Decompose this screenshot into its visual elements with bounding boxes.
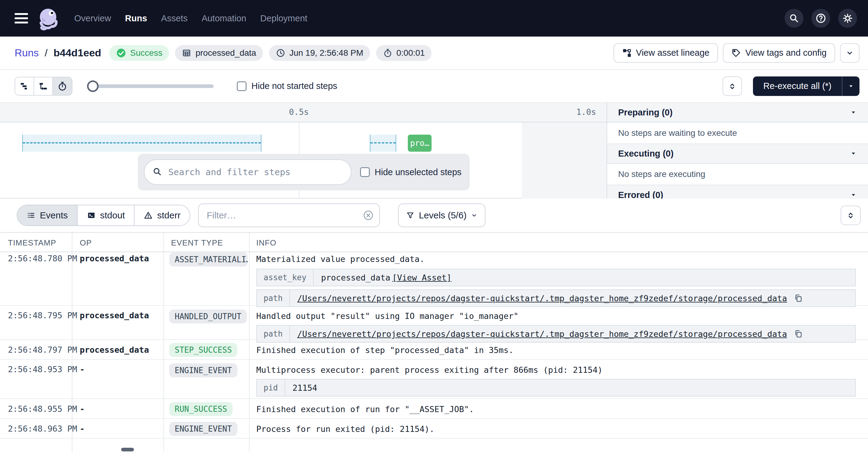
event-log-table: TIMESTAMP OP EVENT TYPE INFO 2:56:48.780… xyxy=(0,232,868,452)
tab-stderr[interactable]: stderr xyxy=(134,205,190,225)
event-type-badge: ENGINE_EVENT xyxy=(169,422,238,436)
nav-item-runs[interactable]: Runs xyxy=(125,13,147,24)
step-chip-processed-data[interactable]: pro… xyxy=(408,135,432,152)
table-row[interactable]: 2:56:48.797 PM processed_data STEP_SUCCE… xyxy=(0,340,868,360)
step-search-input[interactable] xyxy=(144,159,351,185)
copy-icon[interactable] xyxy=(794,293,803,303)
navbar-actions xyxy=(785,9,857,28)
step-marker-bar[interactable] xyxy=(370,135,396,152)
gantt-chart: 0.5s 1.0s pro… Hide unselected ste xyxy=(0,103,868,199)
op-name: processed_data xyxy=(80,345,149,355)
hide-unselected-checkbox[interactable] xyxy=(360,167,370,177)
nav-item-overview[interactable]: Overview xyxy=(74,13,111,24)
reexecute-button[interactable]: Re-execute all (*) xyxy=(753,81,842,91)
table-grid-icon xyxy=(182,48,191,58)
gantt-timed-view-button[interactable] xyxy=(53,77,72,95)
col-header-info: INFO xyxy=(256,238,276,248)
event-type-badge: HANDLED_OUTPUT xyxy=(169,309,247,323)
table-row[interactable]: 2:56:48.963 PM - ENGINE_EVENT Process fo… xyxy=(0,419,868,439)
view-asset-link[interactable]: [View Asset] xyxy=(392,273,451,282)
gantt-timeline-axis: 0.5s 1.0s xyxy=(0,103,607,122)
horizontal-scrollbar-thumb[interactable] xyxy=(121,448,134,451)
section-title: Preparing (0) xyxy=(618,108,673,118)
section-title: Errored (0) xyxy=(618,190,663,199)
section-preparing-body: No steps are waiting to execute xyxy=(607,122,868,144)
gantt-expand-stepper[interactable] xyxy=(722,77,742,96)
asset-tag[interactable]: processed_data xyxy=(175,45,262,61)
nav-item-assets[interactable]: Assets xyxy=(161,13,187,24)
status-badge: Success xyxy=(109,45,169,61)
reexecute-dropdown[interactable] xyxy=(842,77,860,96)
gantt-view-mode-group xyxy=(14,77,72,96)
settings-gear-icon[interactable] xyxy=(838,9,857,28)
stopwatch-icon xyxy=(383,48,393,58)
event-type-badge: STEP_SUCCESS xyxy=(169,343,238,357)
section-errored-header[interactable]: Errored (0) xyxy=(607,185,868,199)
hide-not-started-checkbox-row[interactable]: Hide not started steps xyxy=(237,81,337,91)
duration-label: 0:00:01 xyxy=(397,48,425,58)
funnel-icon xyxy=(406,211,414,220)
levels-filter-dropdown[interactable]: Levels (5/6) xyxy=(398,203,486,227)
caret-down-icon xyxy=(850,150,857,157)
metadata-key: path xyxy=(257,290,290,306)
log-expand-stepper[interactable] xyxy=(841,206,861,225)
slider-knob[interactable] xyxy=(87,80,99,92)
gantt-waterfall-view-button[interactable] xyxy=(34,77,53,95)
tab-events[interactable]: Events xyxy=(17,205,78,225)
section-title: Executing (0) xyxy=(618,149,674,159)
search-icon[interactable] xyxy=(785,9,804,28)
col-header-timestamp: TIMESTAMP xyxy=(8,238,56,248)
metadata-row: path /Users/neverett/projects/repos/dags… xyxy=(256,289,856,307)
help-icon[interactable] xyxy=(811,9,830,28)
event-type-badge: ENGINE_EVENT xyxy=(169,363,238,377)
table-row[interactable]: 2:56:48.795 PM processed_data HANDLED_OU… xyxy=(0,306,868,340)
view-asset-lineage-button[interactable]: View asset lineage xyxy=(614,43,718,63)
step-marker-bar[interactable] xyxy=(22,135,261,152)
clear-filter-icon[interactable] xyxy=(363,210,374,221)
path-link[interactable]: /Users/neverett/projects/repos/dagster-q… xyxy=(297,293,787,303)
path-link[interactable]: /Users/neverett/projects/repos/dagster-q… xyxy=(297,329,787,339)
breadcrumb-separator: / xyxy=(45,47,48,58)
timestamp: 2:56:48.955 PM xyxy=(8,404,77,414)
step-chip-label: pro… xyxy=(410,139,429,148)
nav-item-automation[interactable]: Automation xyxy=(202,13,246,24)
clock-icon xyxy=(276,48,285,58)
op-name: - xyxy=(80,365,85,374)
copy-icon[interactable] xyxy=(794,329,803,338)
hide-not-started-checkbox[interactable] xyxy=(237,81,247,91)
dagster-logo-icon[interactable] xyxy=(35,5,61,31)
tab-stdout[interactable]: stdout xyxy=(78,205,135,225)
table-row[interactable]: 2:56:48.780 PM processed_data ASSET_MATE… xyxy=(0,253,868,306)
hide-not-started-label: Hide not started steps xyxy=(251,81,337,91)
section-executing-header[interactable]: Executing (0) xyxy=(607,144,868,164)
slider-track[interactable] xyxy=(87,84,214,88)
gantt-flat-view-button[interactable] xyxy=(15,77,34,95)
hide-unselected-checkbox-row[interactable]: Hide unselected steps xyxy=(360,167,461,177)
event-message: Handled output "result" using IO manager… xyxy=(256,311,856,321)
section-preparing-header[interactable]: Preparing (0) xyxy=(607,103,868,122)
reexecute-split-button: Re-execute all (*) xyxy=(753,77,860,96)
caret-down-icon xyxy=(850,109,857,116)
check-circle-icon xyxy=(116,48,126,58)
hamburger-menu-icon[interactable] xyxy=(14,13,28,24)
table-row[interactable]: 2:56:48.953 PM - ENGINE_EVENT Multiproce… xyxy=(0,360,868,399)
lineage-icon xyxy=(622,48,632,58)
metadata-value: 21154 xyxy=(292,383,317,393)
op-name: processed_data xyxy=(80,254,149,263)
gantt-zoom-slider[interactable] xyxy=(87,80,214,92)
breadcrumb-runs-link[interactable]: Runs xyxy=(14,47,39,58)
timestamp: 2:56:48.797 PM xyxy=(8,345,77,355)
timestamp: 2:56:48.953 PM xyxy=(8,365,77,374)
table-row[interactable]: 2:56:48.955 PM - RUN_SUCCESS Finished ex… xyxy=(0,399,868,419)
search-icon xyxy=(153,167,162,177)
stopwatch-icon xyxy=(57,81,68,91)
event-message: Finished execution of run for "__ASSET_J… xyxy=(256,404,856,414)
nav-item-deployment[interactable]: Deployment xyxy=(260,13,307,24)
log-filter-input[interactable] xyxy=(198,203,380,227)
levels-label: Levels (5/6) xyxy=(419,210,467,221)
post-run-shaded-region xyxy=(522,122,607,199)
header-more-dropdown[interactable] xyxy=(840,43,860,63)
hide-unselected-label: Hide unselected steps xyxy=(375,167,461,177)
log-toolbar: Events stdout stderr Levels (5/6) xyxy=(0,199,868,232)
view-tags-config-button[interactable]: View tags and config xyxy=(723,43,835,63)
